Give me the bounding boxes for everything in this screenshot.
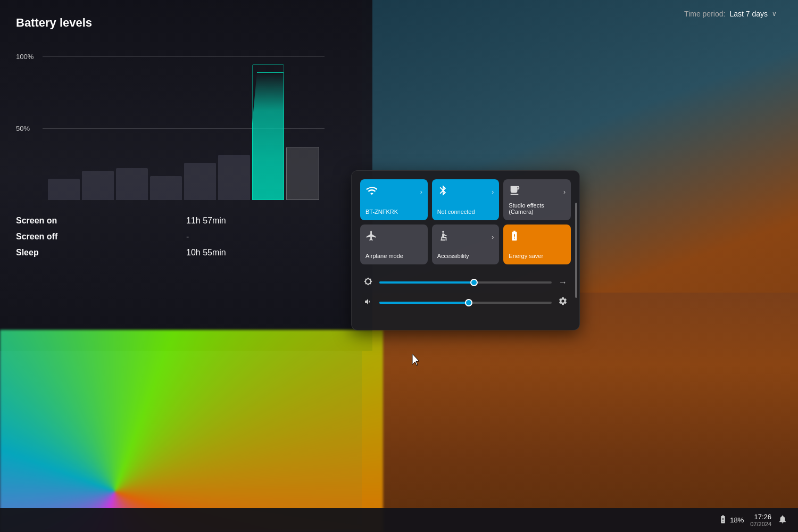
energy-icon: [509, 230, 520, 244]
taskbar: 18% 17:26 07/2024: [0, 508, 798, 532]
energy-label: Energy saver: [509, 253, 543, 259]
stat-label-screen-on: Screen on: [16, 216, 122, 226]
chart-bar-2: [82, 171, 114, 200]
toggle-accessibility[interactable]: › Accessibility: [432, 225, 500, 264]
notification-bell-icon[interactable]: [778, 514, 787, 526]
brightness-icon: [362, 277, 374, 288]
volume-track[interactable]: [379, 302, 552, 304]
volume-icon: [362, 297, 374, 308]
volume-fill: [379, 302, 469, 304]
toggle-wifi-top: ›: [365, 185, 422, 199]
toggle-airplane-top: [365, 230, 422, 244]
chevron-down-icon: ∨: [772, 10, 777, 18]
stat-row-screen-off: Screen off -: [16, 232, 346, 242]
brightness-thumb[interactable]: [470, 279, 478, 286]
time-period-label: Time period:: [684, 10, 725, 18]
battery-section: Battery levels 100% 50% Screen on: [0, 0, 362, 351]
stat-label-screen-off: Screen off: [16, 232, 122, 242]
taskbar-time-value: 17:26: [750, 513, 771, 521]
battery-charge-icon: [718, 514, 728, 526]
toggle-bt-top: ›: [437, 185, 494, 199]
toggle-bluetooth[interactable]: › Not connected: [432, 179, 500, 220]
screen-stats: Screen on 11h 57min Screen off - Sleep 1…: [16, 216, 346, 257]
toggle-studio-top: ›: [509, 185, 566, 199]
gear-icon[interactable]: [557, 296, 569, 309]
taskbar-battery: 18%: [718, 514, 744, 526]
stat-value-sleep: 10h 55min: [186, 248, 226, 257]
time-period-value: Last 7 days: [729, 10, 768, 18]
battery-percent: 18%: [730, 516, 744, 524]
toggle-studio[interactable]: › Studio effects (Camera): [503, 179, 571, 220]
page-title: Battery levels: [16, 16, 346, 30]
wifi-label: BT-ZNFKRK: [365, 209, 398, 215]
volume-slider-row: [362, 296, 569, 309]
chart-bar-4: [150, 176, 182, 200]
stat-value-screen-on: 11h 57min: [186, 216, 226, 226]
time-period-selector[interactable]: Time period: Last 7 days ∨: [684, 10, 777, 18]
stat-value-screen-off: -: [186, 232, 189, 242]
panel-scrollbar[interactable]: [575, 203, 577, 298]
chart-label-50: 50%: [16, 124, 30, 132]
wifi-chevron-icon: ›: [420, 188, 422, 196]
svg-point-0: [442, 231, 444, 233]
studio-chevron-icon: ›: [563, 188, 566, 196]
toggle-energy-top: [509, 230, 566, 244]
stat-row-screen-on: Screen on 11h 57min: [16, 216, 346, 226]
studio-label: Studio effects (Camera): [509, 202, 566, 215]
chart-bar-8: [286, 147, 319, 200]
volume-thumb[interactable]: [465, 299, 472, 306]
chart-bar-3: [116, 168, 148, 200]
quick-settings-panel: › BT-ZNFKRK › Not connected: [351, 170, 580, 330]
bt-label: Not connected: [437, 209, 475, 215]
toggle-grid: › BT-ZNFKRK › Not connected: [360, 179, 571, 264]
brightness-track[interactable]: [379, 281, 552, 284]
chart-bars: [43, 40, 325, 200]
brightness-slider-row: →: [362, 277, 569, 288]
chart-bar-6: [218, 155, 250, 200]
battery-chart: 100% 50%: [16, 40, 325, 200]
toggle-wifi[interactable]: › BT-ZNFKRK: [360, 179, 428, 220]
accessibility-icon: [437, 230, 449, 244]
bluetooth-icon: [437, 185, 449, 199]
sliders-section: →: [360, 273, 571, 321]
stat-label-sleep: Sleep: [16, 248, 122, 257]
chart-bar-5: [184, 163, 216, 200]
taskbar-clock: 17:26 07/2024: [750, 513, 771, 527]
chart-bar-1: [48, 179, 80, 200]
brightness-arrow-icon: →: [557, 278, 569, 287]
bt-chevron-icon: ›: [492, 188, 494, 196]
airplane-label: Airplane mode: [365, 253, 403, 259]
toggle-access-top: ›: [437, 230, 494, 244]
stat-row-sleep: Sleep 10h 55min: [16, 248, 346, 257]
wifi-icon: [365, 185, 377, 199]
chart-bar-teal-border: [252, 64, 284, 200]
toggle-energy[interactable]: Energy saver: [503, 225, 571, 264]
background-colorful: [0, 330, 383, 532]
studio-icon: [509, 185, 520, 199]
toggle-airplane[interactable]: Airplane mode: [360, 225, 428, 264]
accessibility-label: Accessibility: [437, 253, 469, 259]
access-chevron-icon: ›: [492, 234, 494, 241]
airplane-icon: [365, 230, 377, 244]
taskbar-date-value: 07/2024: [750, 521, 771, 527]
brightness-fill: [379, 281, 474, 284]
chart-label-100: 100%: [16, 53, 34, 61]
